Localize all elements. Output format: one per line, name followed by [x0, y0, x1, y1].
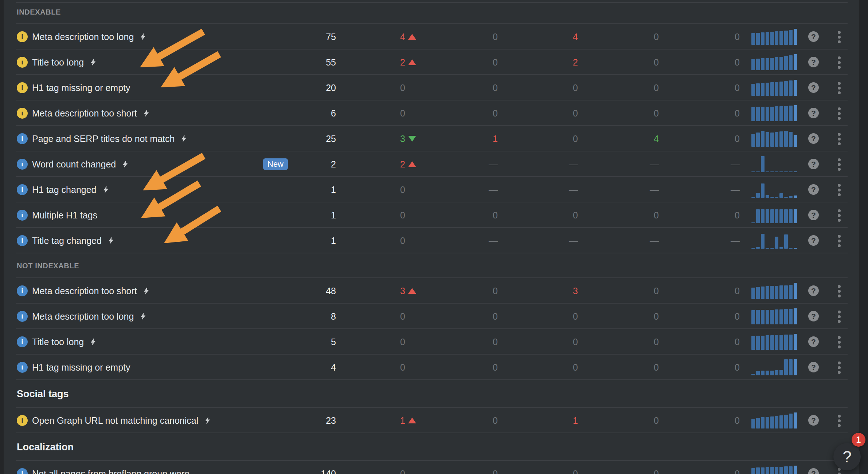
issue-row[interactable]: i Page and SERP titles do not match 25 3… [4, 126, 859, 151]
issue-label[interactable]: Page and SERP titles do not match [32, 134, 175, 144]
trend-sparkline[interactable] [751, 131, 797, 147]
more-menu-icon[interactable] [838, 184, 841, 196]
more-menu-icon[interactable] [838, 158, 841, 171]
trend-sparkline[interactable] [751, 105, 797, 121]
added-count-cell: 0 [505, 304, 578, 329]
help-icon[interactable]: ? [808, 311, 819, 321]
help-icon[interactable]: ? [808, 210, 819, 220]
issue-row[interactable]: i Meta description too short 6 0 0 0 0 0… [4, 100, 859, 126]
spark-bar [766, 32, 769, 45]
spark-bar [775, 57, 779, 70]
help-icon[interactable]: ? [808, 108, 819, 118]
issue-row[interactable]: i Meta description too long 8 0 0 0 0 0 … [4, 304, 859, 329]
more-menu-icon[interactable] [838, 311, 841, 323]
trend-sparkline[interactable] [751, 233, 797, 249]
more-menu-icon[interactable] [838, 133, 841, 145]
trend-sparkline[interactable] [751, 29, 797, 45]
info-icon[interactable]: i [17, 133, 28, 144]
issue-row[interactable]: i H1 tag missing or empty 4 0 0 0 0 0 ? [4, 355, 859, 380]
issue-row[interactable]: i Multiple H1 tags 1 0 0 0 0 0 ? [4, 202, 859, 228]
issue-row[interactable]: i Meta description too long 75 4 0 4 0 0… [4, 24, 859, 50]
help-fab-button[interactable]: ? [833, 443, 861, 470]
issue-row[interactable]: i H1 tag missing or empty 20 0 0 0 0 0 ? [4, 75, 859, 100]
trend-sparkline[interactable] [751, 283, 797, 299]
info-icon[interactable]: i [17, 362, 28, 373]
issue-label[interactable]: H1 tag missing or empty [32, 362, 130, 373]
help-icon[interactable]: ? [808, 336, 819, 347]
trend-sparkline[interactable] [751, 412, 797, 428]
help-icon[interactable]: ? [808, 159, 819, 169]
info-icon[interactable]: i [17, 415, 28, 426]
trend-sparkline[interactable] [751, 466, 797, 474]
issue-row[interactable]: i Open Graph URL not matching canonical … [4, 408, 859, 433]
more-menu-icon[interactable] [838, 285, 841, 297]
help-icon[interactable]: ? [808, 468, 819, 474]
trend-sparkline[interactable] [751, 207, 797, 223]
info-icon[interactable]: i [17, 311, 28, 322]
issue-label[interactable]: H1 tag missing or empty [32, 83, 130, 93]
more-menu-icon[interactable] [838, 415, 841, 427]
issue-row[interactable]: i H1 tag changed 1 0 — — — — ? [4, 177, 859, 202]
info-icon[interactable]: i [17, 235, 28, 246]
spark-bar [770, 133, 774, 147]
help-icon[interactable]: ? [808, 285, 819, 296]
info-icon[interactable]: i [17, 184, 28, 195]
more-menu-icon[interactable] [838, 31, 841, 43]
spark-bar [779, 247, 783, 249]
issue-label[interactable]: Not all pages from hreflang group were [32, 469, 189, 474]
help-icon[interactable]: ? [808, 57, 819, 67]
more-menu-icon[interactable] [838, 82, 841, 94]
fixed-count-cell: 0 [667, 100, 740, 126]
more-menu-icon[interactable] [838, 56, 841, 69]
trend-sparkline[interactable] [751, 359, 797, 375]
issue-row[interactable]: i Word count changed New 2 2 — — — — ? [4, 151, 859, 177]
issue-row[interactable]: i Title too long 55 2 0 2 0 0 ? [4, 50, 859, 75]
help-icon[interactable]: ? [808, 184, 819, 195]
issue-label[interactable]: Title tag changed [32, 236, 102, 246]
info-icon[interactable]: i [17, 57, 28, 68]
issue-label[interactable]: Meta description too long [32, 32, 134, 42]
issue-label[interactable]: Title too long [32, 337, 84, 347]
info-icon[interactable]: i [17, 108, 28, 119]
spark-bar [761, 209, 765, 223]
info-icon[interactable]: i [17, 82, 28, 93]
spark-bar [775, 286, 779, 299]
more-menu-icon[interactable] [838, 209, 841, 222]
trend-sparkline[interactable] [751, 308, 797, 324]
more-menu-icon[interactable] [838, 336, 841, 348]
help-icon[interactable]: ? [808, 31, 819, 42]
help-icon[interactable]: ? [808, 82, 819, 93]
info-icon[interactable]: i [17, 336, 28, 347]
trend-sparkline[interactable] [751, 156, 797, 172]
trend-sparkline[interactable] [751, 54, 797, 70]
info-icon[interactable]: i [17, 210, 28, 221]
help-icon[interactable]: ? [808, 235, 819, 246]
info-icon[interactable]: i [17, 159, 28, 170]
more-menu-icon[interactable] [838, 107, 841, 120]
trend-sparkline[interactable] [751, 182, 797, 198]
info-icon[interactable]: i [17, 285, 28, 296]
issue-label[interactable]: Multiple H1 tags [32, 210, 97, 221]
issue-label[interactable]: Meta description too long [32, 311, 134, 322]
help-icon[interactable]: ? [808, 362, 819, 372]
more-menu-icon[interactable] [838, 362, 841, 374]
info-icon[interactable]: i [17, 31, 28, 42]
trend-sparkline[interactable] [751, 80, 797, 96]
issue-label[interactable]: Title too long [32, 57, 84, 68]
issue-label[interactable]: Word count changed [32, 159, 116, 170]
spark-bar [779, 370, 783, 375]
issue-row[interactable]: i Title tag changed 1 0 — — — — ? [4, 228, 859, 253]
change-cell: 0 [343, 329, 416, 355]
issue-label[interactable]: Meta description too short [32, 108, 137, 119]
help-icon[interactable]: ? [808, 133, 819, 144]
issue-row[interactable]: i Not all pages from hreflang group were… [4, 461, 859, 474]
more-menu-icon[interactable] [838, 235, 841, 247]
issue-row[interactable]: i Meta description too short 48 3 0 3 0 … [4, 278, 859, 304]
issue-label[interactable]: H1 tag changed [32, 185, 97, 195]
issue-label[interactable]: Open Graph URL not matching canonical [32, 415, 198, 426]
issue-row[interactable]: i Title too long 5 0 0 0 0 0 ? [4, 329, 859, 355]
trend-sparkline[interactable] [751, 334, 797, 350]
help-icon[interactable]: ? [808, 415, 819, 426]
info-icon[interactable]: i [17, 468, 28, 474]
issue-label[interactable]: Meta description too short [32, 286, 137, 296]
